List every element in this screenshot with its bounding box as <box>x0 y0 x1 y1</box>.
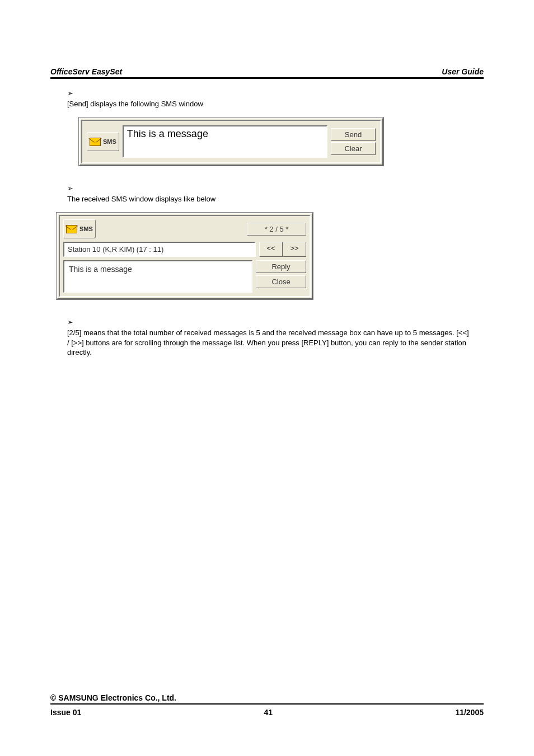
sms-badge-label: SMS <box>103 138 116 145</box>
sms-message-input[interactable]: This is a message <box>123 125 327 158</box>
reply-button[interactable]: Reply <box>256 260 306 273</box>
close-button[interactable]: Close <box>256 275 306 288</box>
footer-copyright: © SAMSUNG Electronics Co., Ltd. <box>50 693 484 702</box>
clear-button[interactable]: Clear <box>331 142 376 155</box>
page-header: OfficeServ EasySet User Guide <box>50 67 484 76</box>
header-rule <box>50 77 484 79</box>
footer-issue: Issue 01 <box>50 708 81 717</box>
chevron-right-icon: ➢ <box>67 318 77 326</box>
bullet-text: [2/5] means that the total number of rec… <box>67 328 471 358</box>
footer-issue-row: Issue 01 41 11/2005 <box>50 708 484 717</box>
prev-button[interactable]: << <box>259 242 283 257</box>
bullet-text: [Send] displays the following SMS window <box>67 99 471 109</box>
sms-receive-panel: SMS * 2 / 5 * Station 10 (K,R KIM) (17 :… <box>56 212 313 300</box>
station-info-field: Station 10 (K,R KIM) (17 : 11) <box>63 242 256 257</box>
message-counter: * 2 / 5 * <box>247 223 306 236</box>
nav-button-group: << >> <box>259 242 306 257</box>
recv-body-row: This is a message Reply Close <box>63 260 306 293</box>
bullet-item-send: ➢ [Send] displays the following SMS wind… <box>67 89 484 109</box>
chevron-right-icon: ➢ <box>67 184 77 192</box>
chevron-right-icon: ➢ <box>67 89 77 97</box>
envelope-icon <box>90 138 101 146</box>
bullet-item-count: ➢ [2/5] means that the total number of r… <box>67 318 484 358</box>
bullet-item-recv: ➢ The received SMS window displays like … <box>67 184 484 204</box>
sms-badge[interactable]: SMS <box>63 219 96 238</box>
envelope-icon <box>66 225 77 233</box>
recv-station-row: Station 10 (K,R KIM) (17 : 11) << >> <box>63 242 306 257</box>
sms-send-button-column: Send Clear <box>331 125 376 158</box>
recv-header-row: SMS * 2 / 5 * <box>63 219 306 238</box>
footer-date: 11/2005 <box>455 708 484 717</box>
header-product: OfficeServ EasySet <box>50 67 122 76</box>
sms-message-text: This is a message <box>127 129 208 139</box>
footer-rule <box>50 703 484 705</box>
next-button[interactable]: >> <box>283 242 306 257</box>
sms-badge[interactable]: SMS <box>87 132 119 151</box>
footer-page: 41 <box>264 708 273 717</box>
header-guide: User Guide <box>442 67 484 76</box>
sms-send-panel: SMS This is a message Send Clear <box>78 117 384 166</box>
page: OfficeServ EasySet User Guide ➢ [Send] d… <box>0 0 534 756</box>
received-message-field: This is a message <box>63 260 252 293</box>
send-button[interactable]: Send <box>331 128 376 141</box>
sms-badge-label: SMS <box>79 226 93 232</box>
bullet-text: The received SMS window displays like be… <box>67 194 471 204</box>
page-footer: © SAMSUNG Electronics Co., Ltd. Issue 01… <box>50 693 484 717</box>
recv-button-column: Reply Close <box>256 260 306 288</box>
